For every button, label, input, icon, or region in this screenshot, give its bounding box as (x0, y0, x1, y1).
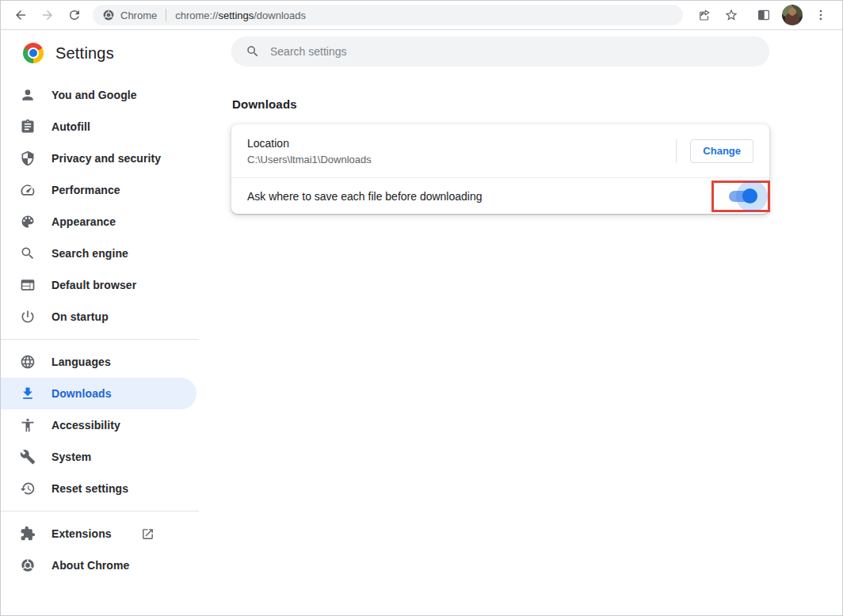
reload-icon (67, 8, 82, 22)
ask-toggle-label: Ask where to save each file before downl… (247, 190, 711, 203)
chrome-outline-icon (20, 557, 36, 573)
settings-content: Downloads Location C:\Users\ltmai1\Downl… (199, 30, 842, 615)
sidebar-item-privacy-and-security[interactable]: Privacy and security (1, 143, 196, 174)
sidebar-item-languages[interactable]: Languages (1, 346, 196, 378)
browser-toolbar: Chrome chrome://settings/downloads (1, 1, 842, 30)
kebab-menu-icon (814, 8, 828, 22)
location-path: C:\Users\ltmai1\Downloads (247, 154, 676, 165)
bookmark-button[interactable] (720, 4, 742, 26)
side-panel-icon (757, 8, 771, 22)
sidebar-item-label: About Chrome (51, 559, 129, 572)
external-link-icon (141, 527, 154, 541)
location-label: Location (247, 137, 676, 150)
settings-title: Settings (55, 44, 114, 63)
sidebar-item-label: Autofill (51, 120, 90, 133)
nav-divider (1, 511, 199, 511)
sidebar-item-label: On startup (51, 310, 109, 323)
downloads-settings-card: Location C:\Users\ltmai1\Downloads Chang… (231, 124, 769, 214)
person-icon (20, 87, 36, 103)
sidebar-item-label: You and Google (51, 89, 137, 101)
ask-toggle[interactable] (711, 181, 770, 212)
sidebar-item-autofill[interactable]: Autofill (1, 111, 196, 143)
sidebar-item-label: Reset settings (51, 482, 128, 495)
clipboard-icon (20, 119, 36, 135)
sidebar-item-you-and-google[interactable]: You and Google (1, 79, 196, 111)
settings-search-bar[interactable] (231, 36, 769, 67)
share-button[interactable] (693, 4, 715, 26)
change-button[interactable]: Change (690, 139, 753, 163)
sidebar-item-appearance[interactable]: Appearance (1, 206, 196, 238)
sidebar-item-label: Extensions (51, 527, 112, 540)
ask-row: Ask where to save each file before downl… (231, 178, 769, 214)
nav-divider (1, 339, 199, 340)
back-arrow-icon (13, 8, 28, 22)
wrench-icon (20, 449, 36, 465)
reload-button[interactable] (63, 4, 86, 26)
chrome-mono-icon (102, 9, 115, 21)
sidebar-item-label: Appearance (51, 215, 116, 228)
sidebar-item-label: Downloads (51, 387, 112, 400)
search-settings-input[interactable] (270, 45, 755, 58)
location-row: Location C:\Users\ltmai1\Downloads Chang… (231, 124, 769, 177)
side-panel-button[interactable] (753, 4, 775, 26)
sidebar-item-about-chrome[interactable]: About Chrome (1, 549, 196, 581)
browser-window: Chrome chrome://settings/downloads (0, 0, 843, 616)
chrome-logo-icon (23, 43, 44, 63)
page-title: Downloads (231, 97, 769, 111)
sidebar-item-on-startup[interactable]: On startup (1, 301, 196, 333)
sidebar-item-label: Default browser (51, 279, 136, 291)
omnibox-divider (166, 9, 166, 21)
url-text: chrome://settings/downloads (175, 10, 306, 21)
sidebar-item-label: Accessibility (51, 419, 120, 432)
magnifier-icon (20, 245, 36, 261)
sidebar-item-label: System (51, 451, 91, 463)
sidebar-item-accessibility[interactable]: Accessibility (1, 409, 196, 441)
sidebar-item-extensions[interactable]: Extensions (1, 518, 196, 549)
menu-button[interactable] (810, 4, 832, 26)
share-icon (697, 8, 711, 22)
browser-window-icon (20, 277, 36, 293)
history-icon (20, 481, 36, 496)
sidebar-item-search-engine[interactable]: Search engine (1, 238, 196, 269)
accessibility-icon (20, 417, 36, 433)
sidebar-item-downloads[interactable]: Downloads (1, 378, 196, 409)
palette-icon (20, 214, 36, 230)
back-button[interactable] (10, 4, 32, 26)
sidebar-item-label: Search engine (51, 247, 128, 260)
download-icon (20, 386, 36, 401)
page-label: Chrome (120, 10, 157, 21)
profile-avatar[interactable] (782, 5, 803, 25)
sidebar-item-reset-settings[interactable]: Reset settings (1, 473, 196, 504)
address-bar[interactable]: Chrome chrome://settings/downloads (93, 5, 683, 25)
sidebar-item-label: Privacy and security (51, 152, 161, 165)
sidebar-item-default-browser[interactable]: Default browser (1, 269, 196, 301)
sidebar-item-performance[interactable]: Performance (1, 174, 196, 206)
settings-sidebar: Settings You and Google Autofill (1, 30, 199, 615)
settings-nav: You and Google Autofill Privacy and secu… (1, 79, 199, 581)
forward-button[interactable] (36, 4, 59, 26)
forward-arrow-icon (40, 8, 55, 22)
settings-brand: Settings (1, 41, 199, 65)
shield-icon (20, 150, 36, 166)
sidebar-item-label: Languages (51, 356, 111, 368)
sidebar-item-label: Performance (51, 184, 120, 196)
puzzle-icon (20, 526, 36, 542)
annotation-box (711, 181, 770, 212)
search-icon (246, 44, 260, 59)
sidebar-item-system[interactable]: System (1, 441, 196, 473)
power-icon (20, 309, 36, 325)
speedometer-icon (20, 182, 36, 198)
toggle-knob (742, 188, 757, 203)
globe-icon (20, 354, 36, 370)
row-divider (676, 139, 677, 163)
star-icon (724, 8, 738, 22)
